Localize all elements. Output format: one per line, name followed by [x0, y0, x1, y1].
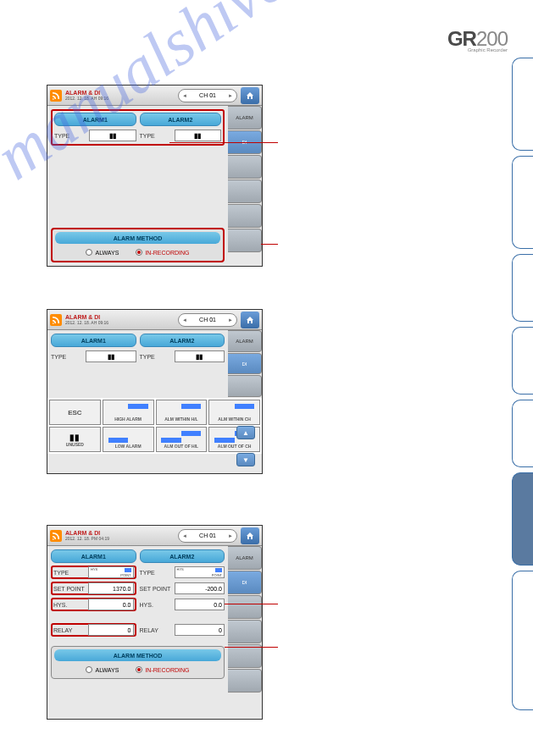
alarm1-type[interactable]: ▮▮	[86, 350, 136, 362]
type-label: TYPE	[53, 570, 86, 576]
channel-selector[interactable]: CH 01	[178, 89, 237, 102]
alarm2-setpoint[interactable]: -200.0	[175, 582, 225, 594]
arrow-down-button[interactable]: ▼	[236, 453, 255, 466]
rtab-empty[interactable]	[228, 669, 262, 693]
method-header: ALARM METHOD	[54, 649, 221, 661]
titlebar: ALARM & DI 2012. 12. 18. PM 04:19 CH 01	[47, 526, 262, 546]
radio-in-recording[interactable]: IN-RECORDING	[136, 666, 189, 673]
alarm2-type[interactable]: ▮▮	[175, 350, 225, 362]
type-label: TYPE	[140, 354, 172, 360]
relay-label: RELAY	[53, 627, 86, 633]
type-label: TYPE	[51, 354, 83, 360]
type-label: TYPE	[140, 570, 172, 576]
type-label: TYPE	[140, 133, 172, 139]
rtab-empty[interactable]	[228, 229, 262, 252]
rtab-empty[interactable]	[228, 179, 262, 203]
channel-selector[interactable]: CH 01	[178, 529, 237, 543]
alarm2-relay[interactable]: 0	[175, 624, 225, 636]
rtab-empty[interactable]	[228, 620, 262, 643]
radio-always[interactable]: ALWAYS	[86, 666, 119, 673]
rtab-empty[interactable]	[228, 644, 262, 668]
side-tab	[512, 571, 533, 710]
screenshot-3: ALARM & DI 2012. 12. 18. PM 04:19 CH 01 …	[47, 525, 263, 720]
side-tab	[512, 400, 533, 467]
alarm1-type[interactable]: ▮▮	[89, 130, 136, 141]
rtab-empty[interactable]	[228, 155, 262, 179]
alarm2-type[interactable]: HYSPOINT	[175, 566, 225, 578]
rtab-alarm[interactable]: ALARM	[228, 106, 262, 130]
alarm1-header: ALARM1	[54, 113, 136, 126]
screen-time: 2012. 12. 18. PM 04:19	[65, 536, 109, 541]
rss-icon	[50, 314, 62, 326]
radio-in-recording[interactable]: IN-RECORDING	[136, 249, 189, 256]
channel-selector[interactable]: CH 01	[178, 313, 237, 327]
home-button[interactable]	[241, 312, 259, 328]
alarm1-relay[interactable]: 0	[88, 624, 134, 636]
rtab-empty[interactable]	[228, 204, 262, 228]
callout-line	[169, 142, 278, 143]
alarm2-hys[interactable]: 0.0	[175, 599, 225, 610]
callout-line	[261, 244, 278, 245]
side-tab	[512, 327, 533, 395]
screen-title: ALARM & DI	[65, 90, 108, 96]
alarm-method-panel: ALARM METHOD ALWAYS IN-RECORDING	[51, 646, 225, 679]
side-tab	[512, 156, 533, 249]
titlebar: ALARM & DI 2012. 12. 18. AH 09:16 CH 01	[47, 310, 262, 330]
popup-alm-within-hl[interactable]: ALM WITHIN H/L	[156, 400, 208, 425]
rtab-di[interactable]: DI	[228, 353, 262, 375]
type-popup: ESC HIGH ALARM ALM WITHIN H/L ALM WITHIN…	[47, 398, 262, 454]
radio-always[interactable]: ALWAYS	[86, 249, 119, 256]
screenshot-1: ALARM & DI 2012. 12. 18. AH 09:16 CH 01 …	[47, 85, 263, 267]
rss-icon	[50, 530, 62, 542]
alarm2-header: ALARM2	[140, 549, 225, 563]
setpoint-label: SET POINT	[140, 586, 172, 592]
side-tab	[512, 254, 533, 322]
alarm1-setpoint[interactable]: 1370.0	[88, 582, 134, 594]
screen-title: ALARM & DI	[65, 314, 108, 320]
product-logo: GR200 Graphic Recorder	[447, 27, 508, 52]
side-tab	[512, 472, 533, 566]
popup-esc[interactable]: ESC	[49, 400, 101, 425]
popup-unused[interactable]: ▮▮UNUSED	[49, 427, 101, 452]
side-tab	[512, 58, 533, 151]
callout-line	[225, 604, 278, 604]
callout-line	[225, 647, 278, 648]
popup-alm-out-hl[interactable]: ALM OUT OF H/L	[156, 427, 208, 452]
alarm1-type[interactable]: HYSPOINT	[88, 566, 134, 578]
alarm1-header: ALARM1	[51, 549, 136, 563]
popup-low-alarm[interactable]: LOW ALARM	[103, 427, 154, 452]
hys-label: HYS.	[53, 602, 86, 608]
screenshot-2: ALARM & DI 2012. 12. 18. AH 09:16 CH 01 …	[47, 309, 263, 474]
alarm2-header: ALARM2	[140, 334, 225, 347]
titlebar: ALARM & DI 2012. 12. 18. AH 09:16 CH 01	[47, 86, 262, 106]
relay-label: RELAY	[140, 627, 172, 633]
popup-high-alarm[interactable]: HIGH ALARM	[103, 400, 154, 425]
screen-time: 2012. 12. 18. AH 09:16	[65, 320, 108, 325]
home-button[interactable]	[241, 527, 259, 544]
arrow-up-button[interactable]: ▲	[236, 426, 255, 439]
method-header: ALARM METHOD	[55, 232, 220, 244]
rtab-di[interactable]: DI	[228, 571, 262, 594]
alarm1-hys[interactable]: 0.0	[88, 599, 134, 610]
rss-icon	[50, 90, 62, 102]
alarm2-header: ALARM2	[140, 113, 222, 126]
type-label: TYPE	[54, 133, 86, 139]
home-button[interactable]	[241, 87, 259, 104]
alarm-method-panel: ALARM METHOD ALWAYS IN-RECORDING	[51, 228, 225, 262]
rtab-alarm[interactable]: ALARM	[228, 330, 262, 352]
side-tabs	[512, 58, 533, 715]
rtab-empty[interactable]	[228, 595, 262, 619]
rtab-alarm[interactable]: ALARM	[228, 546, 262, 570]
alarm2-type[interactable]: ▮▮	[175, 130, 222, 141]
popup-alm-within-ch[interactable]: ALM WITHIN CH	[208, 400, 260, 425]
screen-title: ALARM & DI	[65, 530, 109, 536]
screen-time: 2012. 12. 18. AH 09:16	[65, 96, 108, 101]
hys-label: HYS.	[140, 602, 172, 608]
alarm1-header: ALARM1	[51, 334, 136, 347]
rtab-empty[interactable]	[228, 375, 262, 397]
setpoint-label: SET POINT	[53, 586, 86, 592]
